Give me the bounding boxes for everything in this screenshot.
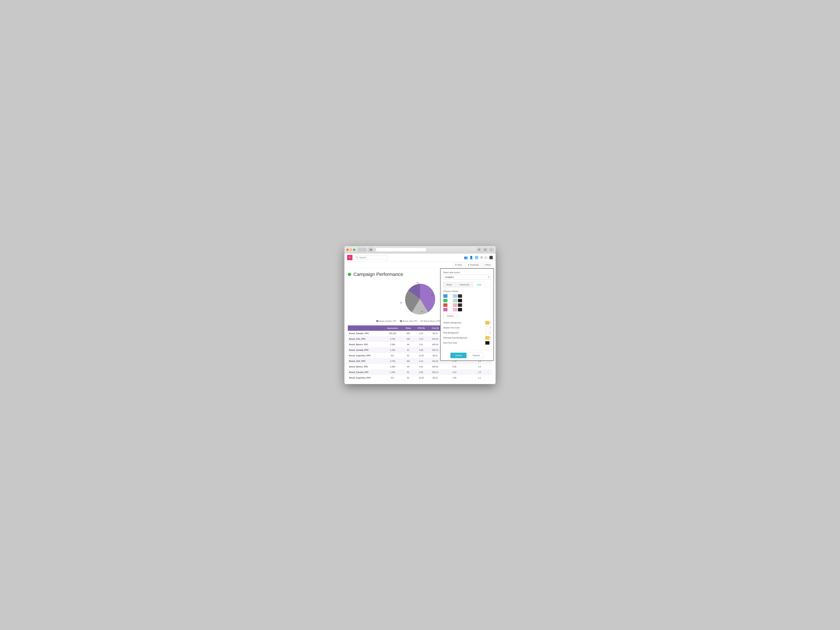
tab-style[interactable]: Style: [473, 282, 485, 287]
address-bar[interactable]: [376, 248, 426, 252]
search-box[interactable]: 🔍: [354, 255, 387, 260]
cancel-button[interactable]: Cancel: [469, 353, 484, 358]
col-header-name: [348, 325, 383, 331]
tab-advanced[interactable]: Advanced: [456, 282, 473, 287]
header-bg-swatch[interactable]: [485, 321, 489, 325]
add-button[interactable]: +: [347, 255, 352, 260]
theme-swatch-blue-3[interactable]: [453, 294, 457, 298]
table-cell-2-0: Brand_Mexico_PPC: [348, 342, 383, 347]
logout-icon[interactable]: ⬛: [489, 256, 493, 259]
back-button[interactable]: ‹: [358, 248, 362, 252]
theme-swatch-green-1[interactable]: [443, 299, 448, 302]
minimize-button[interactable]: [350, 249, 352, 251]
theme-swatch-red-2[interactable]: [448, 303, 452, 307]
theme-swatch-red-1[interactable]: [443, 303, 448, 307]
row-font-arrow[interactable]: ▾: [490, 342, 491, 344]
nav-arrows: ‹ ›: [358, 248, 366, 252]
theme-swatch-green-3[interactable]: [453, 299, 457, 302]
theme-grid: [443, 294, 491, 311]
share-button[interactable]: ⬆: [477, 248, 482, 252]
alt-row-bg-picker[interactable]: ▾: [485, 336, 491, 340]
send-button[interactable]: ✉ Send: [453, 263, 464, 267]
tab-basic[interactable]: Basic: [443, 282, 456, 287]
datasource-section: Select data source Analytics: [443, 271, 491, 279]
theme-swatch-green-4[interactable]: [458, 299, 462, 302]
header-font-picker[interactable]: ▾: [485, 326, 491, 330]
search-input[interactable]: [359, 256, 385, 259]
files-icon[interactable]: 🗂: [485, 256, 488, 259]
alt-row-bg-label: Alternate Row Background: [443, 337, 467, 339]
table-row: Brand_Argentina_PPC6118113.2688.311.091.…: [348, 375, 492, 381]
chart-label-51: 51: [431, 294, 433, 296]
chart-label-33: 33: [400, 302, 402, 304]
table-cell-7-0: Brand_Canada_PPC: [348, 369, 383, 375]
more-button[interactable]: ▾ More: [482, 263, 493, 267]
clone-button[interactable]: ⧉: [483, 248, 488, 252]
settings-icon[interactable]: ⚙: [480, 256, 483, 259]
row-font-swatch[interactable]: [485, 341, 489, 345]
profile-icon[interactable]: 👤: [469, 256, 473, 259]
download-button[interactable]: ⬇ Download: [466, 263, 481, 267]
theme-swatch-green-2[interactable]: [448, 299, 452, 302]
main-content: Campaign Performance: [344, 268, 496, 384]
theme-swatch-blue-1[interactable]: [443, 294, 448, 298]
new-tab-button[interactable]: +: [489, 248, 494, 252]
theme-swatch-blue-4[interactable]: [458, 294, 462, 298]
legend-label-usa: Brand_USA_PPC: [403, 320, 418, 322]
datasource-select[interactable]: Analytics: [443, 275, 491, 279]
table-cell-8-0: Brand_Argentina_PPC: [348, 375, 383, 381]
titlebar: ‹ › ▣ ⬆ ⧉ +: [344, 246, 496, 254]
row-bg-picker[interactable]: ▾: [485, 331, 491, 335]
users-icon[interactable]: 👥: [464, 256, 468, 259]
color-row-row-bg: Row Background ▾: [443, 331, 491, 335]
close-button[interactable]: [346, 249, 349, 251]
theme-swatch-red-3[interactable]: [453, 303, 457, 307]
custom-theme-button[interactable]: Custom: [443, 314, 457, 318]
alt-row-bg-swatch[interactable]: [485, 336, 489, 340]
traffic-lights: [346, 249, 355, 251]
app-toolbar: + 🔍 👥 👤 🌐 ⚙ 🗂 ⬛: [344, 254, 496, 262]
row-font-picker[interactable]: ▾: [485, 341, 491, 345]
forward-button[interactable]: ›: [362, 248, 366, 252]
table-cell-8-3: 13.26: [414, 375, 428, 381]
row-bg-swatch[interactable]: [485, 331, 489, 335]
col-header-impressions: Impressions: [383, 325, 402, 331]
table-row: Brand_Canada_PPC1,434815.65332.144.101.5: [348, 369, 492, 375]
table-cell-7-6: 1.5: [467, 369, 492, 375]
theme-swatch-red-4[interactable]: [458, 303, 462, 307]
theme-swatch-pink-4[interactable]: [458, 308, 462, 311]
row-bg-label: Row Background: [443, 332, 458, 334]
table-cell-2-3: 3.51: [414, 342, 428, 347]
table-cell-4-2: 81: [403, 353, 414, 358]
theme-swatch-pink-1[interactable]: [443, 308, 448, 311]
header-bg-picker[interactable]: ▾: [485, 321, 491, 325]
table-cell-2-2: 84: [403, 342, 414, 347]
submit-button[interactable]: Submit: [450, 353, 467, 358]
legend-label-sweden: Brand_Sweden_PPC: [379, 320, 397, 322]
legend-color-sweden: [376, 320, 379, 322]
table-cell-0-2: 405: [403, 331, 414, 336]
row-font-label: Row Font Color: [443, 342, 457, 344]
table-cell-3-0: Brand_Canada_PPC: [348, 347, 383, 353]
color-options: Header Background ▾ Header Font Color ▾: [443, 321, 491, 345]
header-font-arrow[interactable]: ▾: [490, 327, 491, 328]
table-cell-6-0: Brand_Mexico_PPC: [348, 364, 383, 369]
datasource-label: Select data source: [443, 271, 491, 274]
header-bg-arrow[interactable]: ▾: [490, 322, 491, 324]
maximize-button[interactable]: [353, 249, 355, 251]
row-bg-arrow[interactable]: ▾: [490, 332, 491, 334]
table-cell-0-0: Brand_Sweden_PPC: [348, 331, 383, 336]
header-font-swatch[interactable]: [485, 326, 489, 330]
table-cell-3-2: 81: [403, 347, 414, 353]
table-cell-8-6: 1.1: [467, 375, 492, 381]
theme-swatch-pink-3[interactable]: [453, 308, 457, 311]
globe-icon[interactable]: 🌐: [475, 256, 478, 259]
alt-row-bg-arrow[interactable]: ▾: [490, 337, 491, 339]
theme-swatch-blue-2[interactable]: [448, 294, 452, 298]
search-icon: 🔍: [356, 256, 358, 259]
theme-swatch-pink-2[interactable]: [448, 308, 452, 311]
sidebar-toggle-button[interactable]: ▣: [368, 248, 373, 252]
legend-color-usa: [400, 320, 402, 322]
table-cell-7-2: 81: [403, 369, 414, 375]
table-cell-6-1: 2,395: [383, 364, 402, 369]
